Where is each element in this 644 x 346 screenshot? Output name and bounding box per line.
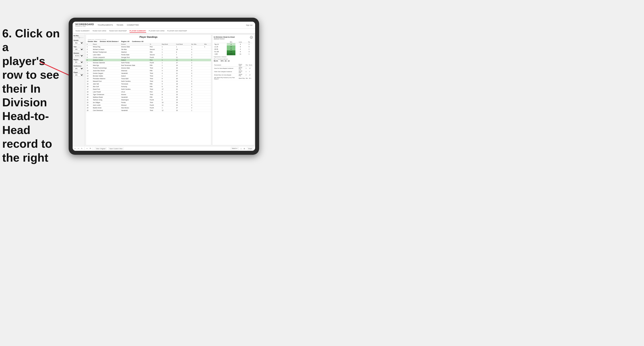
table-row[interactable]: 13 Phichaksn Maichon Texas A&M Third 6 3… xyxy=(86,77,211,80)
cell-num: 15 xyxy=(86,83,92,85)
no-rds-slider[interactable] xyxy=(74,37,84,38)
cell-num: 21 xyxy=(86,99,92,101)
table-row[interactable]: 19 Tiger Christensen Arizona Third 8 23 … xyxy=(86,93,211,96)
refresh-icon[interactable]: ↻ xyxy=(81,148,82,150)
h2h-tie: 1 xyxy=(246,48,253,50)
save-custom-view-button[interactable]: Save Custom View xyxy=(108,147,124,150)
cell-rds: 2 xyxy=(190,96,204,99)
conference-select[interactable]: (All) xyxy=(74,67,84,70)
table-row[interactable]: 23 Jack Lundin Missouri Fourth 11 24 0 xyxy=(86,104,211,107)
share-button[interactable]: Share xyxy=(247,147,253,150)
gender-select[interactable]: Men xyxy=(74,41,84,44)
h2h-win: 8 xyxy=(227,43,235,46)
tab-player-h2h-heatmap[interactable]: PLAYER H2H HEATMAP xyxy=(167,29,187,32)
table-row[interactable]: 8 Mats Ege East Tennessee State Fifth 1 … xyxy=(86,64,211,67)
table-row[interactable]: 15 Jake Hall Tennessee Fifth 5 18 0 xyxy=(86,83,211,85)
cell-reg: 1 xyxy=(161,45,176,48)
table-row[interactable]: 18 Luke Powell UCLA First 8 24 1 xyxy=(86,91,211,93)
year-select[interactable]: (All) xyxy=(74,48,84,51)
cell-conf: 8 xyxy=(175,51,190,53)
nav-teams[interactable]: TEAMS xyxy=(116,23,123,27)
division-select[interactable]: NCAA Division I xyxy=(74,54,84,57)
sub-navigation: TEAM SUMMARY TEAM H2H GRID TEAM H2H HEAT… xyxy=(73,28,255,34)
cell-yr: Fourth xyxy=(149,99,161,101)
table-row[interactable]: 25 Cole Sherwood Vanderbilt Third 12 23 … xyxy=(86,109,211,112)
cut-icon[interactable]: ✂ xyxy=(86,148,88,150)
tournament-type: Stroke Play xyxy=(238,70,246,73)
cell-conf: 24 xyxy=(175,104,190,107)
table-row[interactable]: 6 Jackson Koivun Auburn First 1 11 1 xyxy=(86,59,211,61)
h2h-range: Top 10 xyxy=(214,43,227,46)
cell-yr: Fourth xyxy=(149,56,161,59)
undo-icon[interactable]: ↩ xyxy=(74,148,76,150)
download-icon[interactable]: ⤓ xyxy=(240,148,242,150)
h2h-close-button[interactable]: × xyxy=(250,36,253,39)
cell-yr: Fifth xyxy=(149,69,161,72)
sign-out-button[interactable]: Sign out xyxy=(246,24,252,26)
table-row[interactable]: 7 Nicholas Gabrelcik North Florida Fourt… xyxy=(86,61,211,64)
cell-rds: 1 xyxy=(190,109,204,112)
tab-team-h2h-grid[interactable]: TEAM H2H GRID xyxy=(92,29,106,32)
table-row[interactable]: 3 Michael Thorbjornsen Stanford Fifth 1 … xyxy=(86,51,211,53)
region-select[interactable]: N/A xyxy=(74,61,84,63)
table-row[interactable]: 22 Ian Gilligan Florida Third 10 24 1 xyxy=(86,101,211,104)
nav-items: TOURNAMENTS TEAMS COMMITTEE xyxy=(98,23,246,27)
cell-win xyxy=(204,109,211,112)
cell-conf: 21 xyxy=(175,72,190,75)
standings-panel: Player Standings Update time: 27/03/2024… xyxy=(86,34,211,145)
h2h-win: 20 xyxy=(227,45,235,48)
watch-button[interactable]: Watch ▾ xyxy=(231,147,239,150)
cell-conf: 27 xyxy=(175,61,190,64)
cell-win xyxy=(204,91,211,93)
tab-player-summary[interactable]: PLAYER SUMMARY xyxy=(130,29,146,33)
h2h-win: 46 xyxy=(227,50,235,53)
player-select[interactable]: (All) xyxy=(74,74,84,76)
h2h-tie: 1 xyxy=(246,53,253,55)
nav-committee[interactable]: COMMITTEE xyxy=(127,23,139,27)
view-original-button[interactable]: View: Original xyxy=(95,147,106,150)
division-label: Division xyxy=(74,52,84,54)
cell-conf: 23 xyxy=(175,80,190,83)
redo-icon[interactable]: ↩ xyxy=(78,148,79,150)
cell-yr: Third xyxy=(149,109,161,112)
h2h-header-text: In Division Head-to-Head Jackson Koivun xyxy=(214,36,235,40)
table-row[interactable]: 24 Bastien Amat New Mexico Fourth 1 27 2 xyxy=(86,107,211,109)
table-row[interactable]: 16 Alex Goff Kentucky Fifth 8 19 0 xyxy=(86,85,211,88)
cell-player: Jake Hall xyxy=(92,83,120,85)
standings-header: Player Standings Update time: 27/03/2024… xyxy=(86,35,211,43)
cell-rds: 2 xyxy=(190,64,204,67)
cell-rds: 0 xyxy=(190,104,204,107)
cell-num: 3 xyxy=(86,51,92,53)
table-row[interactable]: 20 Matthew Riedel Vanderbilt Fifth 8 25 … xyxy=(86,96,211,99)
tab-team-h2h-heatmap[interactable]: TEAM H2H HEATMAP xyxy=(109,29,127,32)
gender-label: Gender xyxy=(74,40,84,41)
table-row[interactable]: 17 David Ford North Carolina Third 17 21… xyxy=(86,88,211,91)
h2h-loss: 4 xyxy=(236,48,246,50)
table-row[interactable]: 9 Preston Summerhays Arizona State Third… xyxy=(86,67,211,69)
cell-win xyxy=(204,72,211,75)
table-row[interactable]: 2 Michael La Sasso Ole Miss Second 1 19 … xyxy=(86,48,211,51)
tournament-score: -17 xyxy=(248,73,253,77)
tab-player-h2h-grid[interactable]: PLAYER H2H GRID xyxy=(149,29,164,32)
cell-yr: Third xyxy=(149,77,161,80)
table-row[interactable]: 12 Brendan Valdes Auburn Third 1 27 0 xyxy=(86,75,211,77)
cell-num: 19 xyxy=(86,93,92,96)
grid-icon[interactable]: ⊞ xyxy=(244,148,245,150)
col-num: # xyxy=(86,43,92,45)
table-row[interactable]: 10 Jacob Max Olesen Arkansas Fifth 4 25 … xyxy=(86,69,211,72)
tab-team-summary[interactable]: TEAM SUMMARY xyxy=(75,29,90,32)
cell-school: Tennessee xyxy=(120,83,149,85)
table-row[interactable]: 14 Maxwell Ford North Carolina Third 8 2… xyxy=(86,80,211,83)
table-row[interactable]: 5 Christo Lamprecht Georgia Tech Fourth … xyxy=(86,56,211,59)
table-row[interactable]: 21 Taehoon Song Washington Fourth 6 23 1 xyxy=(86,99,211,101)
cell-school: New Mexico xyxy=(120,107,149,109)
cell-school: Florida State xyxy=(120,53,149,56)
table-row[interactable]: 1 Wenyi Ding Arizona State First 1 1 1 1 xyxy=(86,45,211,48)
filter-sidebar: No Rds. Gender Men Year (All) xyxy=(73,34,85,146)
cell-reg: 5 xyxy=(161,83,176,85)
nav-tournaments[interactable]: TOURNAMENTS xyxy=(98,23,113,27)
table-row[interactable]: 11 Gordon Sargent Vanderbilt Third 4 21 … xyxy=(86,72,211,75)
cell-school: Arkansas xyxy=(120,69,149,72)
table-row[interactable]: 4 Luke Claton Florida State Second 1 7 2 xyxy=(86,53,211,56)
copy-icon[interactable]: ⧉ xyxy=(90,148,91,150)
